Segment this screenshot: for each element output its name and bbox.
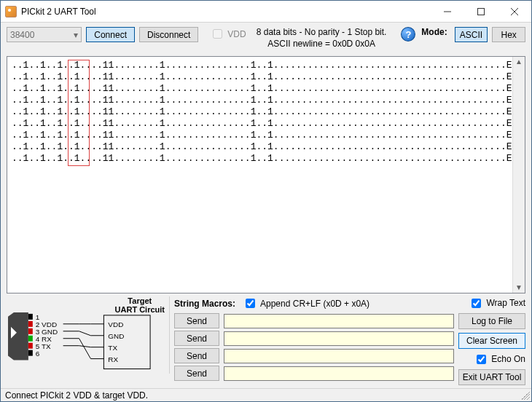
svg-rect-7 <box>28 321 33 327</box>
chevron-down-icon: ▾ <box>74 30 78 40</box>
svg-rect-9 <box>28 336 33 342</box>
svg-rect-1 <box>478 9 485 15</box>
append-crlf-checkbox[interactable]: Append CR+LF (x0D + x0A) <box>243 296 369 310</box>
svg-text:RX: RX <box>108 355 118 363</box>
append-crlf-input[interactable] <box>246 299 255 308</box>
titlebar: PICkit 2 UART Tool <box>1 1 531 23</box>
config-text: 8 data bits - No parity - 1 Stop bit. AS… <box>251 27 393 50</box>
baud-value: 38400 <box>10 30 34 40</box>
wrap-text-input[interactable] <box>472 299 481 308</box>
close-button[interactable] <box>498 1 531 23</box>
scroll-up-icon: ▲ <box>515 58 523 66</box>
vdd-label: VDD <box>227 29 246 39</box>
statusbar: Connect PICkit 2 VDD & target VDD. <box>1 388 531 401</box>
send-button[interactable]: Send <box>174 366 219 381</box>
macro-row: Send <box>174 348 454 363</box>
svg-rect-10 <box>28 343 33 349</box>
macro-input[interactable] <box>224 331 454 346</box>
app-icon <box>5 6 17 17</box>
disconnect-button[interactable]: Disconnect <box>139 27 198 42</box>
append-crlf-label: Append CR+LF (x0D + x0A) <box>260 299 369 309</box>
connect-button[interactable]: Connect <box>86 27 135 42</box>
diagram-svg: 1 2 VDD 3 GND 4 RX 5 TX 6 VDD GND TX RX <box>7 296 169 374</box>
echo-on-input[interactable] <box>477 355 486 364</box>
echo-on-checkbox[interactable]: Echo On <box>458 352 525 366</box>
status-text: Connect PICkit 2 VDD & target VDD. <box>5 390 148 401</box>
vdd-checkbox-input[interactable] <box>213 29 222 39</box>
mode-ascii-button[interactable]: ASCII <box>455 27 488 42</box>
exit-button[interactable]: Exit UART Tool <box>458 369 525 385</box>
macro-row: Send <box>174 331 454 346</box>
send-button[interactable]: Send <box>174 313 219 328</box>
macro-input[interactable] <box>224 349 454 363</box>
scrollbar[interactable]: ▲ ▼ <box>512 57 525 293</box>
window: PICkit 2 UART Tool 38400 ▾ Connect Disco… <box>0 0 532 402</box>
wrap-text-label: Wrap Text <box>486 298 525 308</box>
wrap-text-checkbox[interactable]: Wrap Text <box>458 296 525 310</box>
svg-text:6: 6 <box>36 350 40 358</box>
macro-row: Send <box>174 366 454 381</box>
send-button[interactable]: Send <box>174 348 219 363</box>
svg-text:VDD: VDD <box>108 320 123 328</box>
svg-text:TX: TX <box>108 344 117 352</box>
maximize-button[interactable] <box>464 1 498 23</box>
help-icon[interactable]: ? <box>401 27 415 42</box>
side-column: Wrap Text Log to File Clear Screen Echo … <box>458 296 525 385</box>
window-title: PICkit 2 UART Tool <box>21 7 431 17</box>
svg-rect-6 <box>28 314 33 320</box>
minimize-button[interactable] <box>431 1 464 23</box>
terminal[interactable]: ..1..1..1..1....11........1.............… <box>7 56 525 293</box>
scroll-down-icon: ▼ <box>515 284 523 291</box>
macro-input[interactable] <box>224 314 454 328</box>
svg-rect-8 <box>28 328 33 334</box>
terminal-text: ..1..1..1..1....11........1.............… <box>12 60 523 165</box>
svg-text:GND: GND <box>108 332 124 340</box>
svg-rect-11 <box>28 350 33 356</box>
macro-input[interactable] <box>224 366 454 381</box>
config-line2: ASCII newline = 0x0D 0x0A <box>257 39 387 50</box>
macro-row: Send <box>174 313 454 328</box>
config-line1: 8 data bits - No parity - 1 Stop bit. <box>257 27 387 39</box>
mode-hex-button[interactable]: Hex <box>492 27 525 42</box>
body: 38400 ▾ Connect Disconnect VDD 8 data bi… <box>1 23 531 388</box>
clear-screen-button[interactable]: Clear Screen <box>458 333 525 349</box>
toolbar: 38400 ▾ Connect Disconnect VDD 8 data bi… <box>7 27 525 53</box>
mode-label: Mode: <box>421 27 447 37</box>
baud-combo[interactable]: 38400 ▾ <box>7 27 82 42</box>
bottom-panel: Target UART Circuit 1 2 VDD <box>7 296 525 385</box>
resize-grip[interactable] <box>521 391 530 400</box>
string-macros: String Macros: Append CR+LF (x0D + x0A) … <box>174 296 454 385</box>
echo-on-label: Echo On <box>491 354 525 364</box>
macros-header: String Macros: Append CR+LF (x0D + x0A) <box>174 296 454 310</box>
vdd-checkbox[interactable]: VDD <box>210 27 246 41</box>
macros-title: String Macros: <box>174 299 235 309</box>
send-button[interactable]: Send <box>174 331 219 346</box>
log-to-file-button[interactable]: Log to File <box>458 313 525 329</box>
circuit-diagram: Target UART Circuit 1 2 VDD <box>7 296 170 374</box>
window-buttons <box>431 1 531 22</box>
